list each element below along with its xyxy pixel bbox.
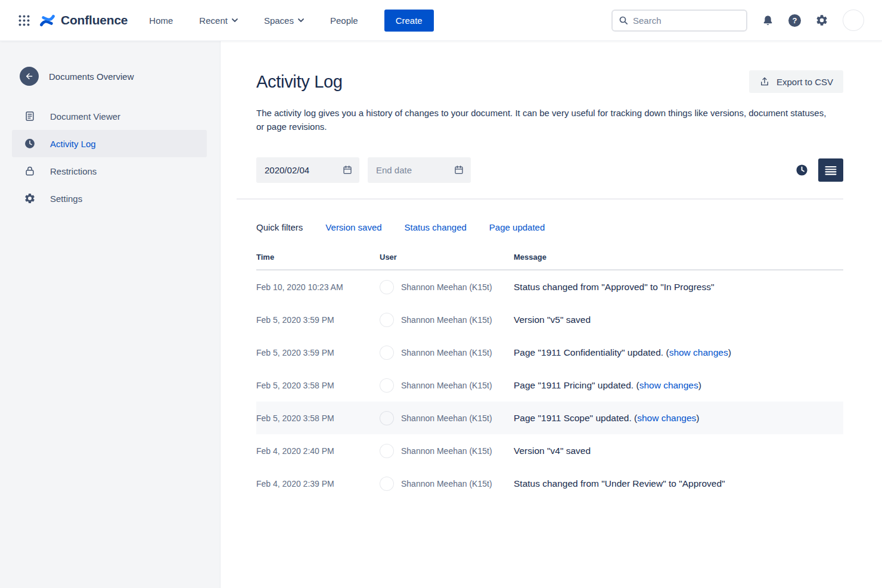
table-row: Feb 4, 2020 2:39 PMShannon Meehan (K15t)… bbox=[256, 467, 843, 500]
search-icon bbox=[619, 15, 628, 25]
row-user: Shannon Meehan (K15t) bbox=[380, 477, 514, 491]
end-date-field[interactable] bbox=[368, 157, 471, 183]
start-date-field[interactable] bbox=[256, 157, 359, 183]
sidebar-item-label: Document Viewer bbox=[50, 111, 120, 122]
timeline-view-button[interactable] bbox=[789, 158, 814, 182]
nav-item-label: Recent bbox=[199, 15, 228, 26]
row-message-suffix: ) bbox=[696, 413, 699, 423]
date-filter-row bbox=[256, 157, 843, 183]
nav-item-people[interactable]: People bbox=[330, 15, 358, 26]
sidebar-item-document-viewer[interactable]: Document Viewer bbox=[12, 102, 207, 130]
sidebar-item-settings[interactable]: Settings bbox=[12, 185, 207, 212]
show-changes-link[interactable]: show changes bbox=[669, 347, 728, 357]
row-user-name: Shannon Meehan (K15t) bbox=[401, 315, 492, 325]
page-title: Activity Log bbox=[256, 72, 343, 92]
row-message-text: Status changed from "Under Review" to "A… bbox=[514, 478, 725, 489]
quick-filter-status-changed[interactable]: Status changed bbox=[405, 222, 467, 232]
back-arrow-icon bbox=[20, 67, 39, 86]
row-time: Feb 5, 2020 3:59 PM bbox=[256, 348, 380, 357]
table-row: Feb 5, 2020 3:58 PMShannon Meehan (K15t)… bbox=[256, 369, 843, 402]
row-message: Status changed from "Approved" to "In Pr… bbox=[514, 282, 843, 293]
end-date-input[interactable] bbox=[368, 157, 471, 183]
row-user-avatar bbox=[380, 411, 394, 425]
nav-item-recent[interactable]: Recent bbox=[199, 15, 238, 26]
search-box[interactable] bbox=[611, 10, 747, 32]
chevron-down-icon bbox=[232, 18, 238, 22]
nav-item-home[interactable]: Home bbox=[149, 15, 173, 26]
confluence-home-link[interactable]: Confluence bbox=[39, 13, 128, 29]
quick-filters-label: Quick filters bbox=[256, 222, 303, 232]
show-changes-link[interactable]: show changes bbox=[637, 413, 696, 423]
search-input[interactable] bbox=[633, 15, 740, 26]
row-message-suffix: ) bbox=[728, 347, 731, 357]
row-user-name: Shannon Meehan (K15t) bbox=[401, 282, 492, 292]
row-time: Feb 5, 2020 3:58 PM bbox=[256, 381, 380, 390]
chevron-down-icon bbox=[298, 18, 304, 22]
row-time: Feb 4, 2020 2:40 PM bbox=[256, 446, 380, 456]
row-message-text: Page "1911 Scope" updated. ( bbox=[514, 413, 637, 423]
row-message-text: Page "1911 Pricing" updated. ( bbox=[514, 380, 639, 390]
row-message-text: Status changed from "Approved" to "In Pr… bbox=[514, 282, 715, 292]
app-switcher-icon[interactable] bbox=[13, 10, 35, 31]
quick-filter-version-saved[interactable]: Version saved bbox=[325, 222, 381, 232]
body-wrap: Documents Overview Document Viewer Activ… bbox=[0, 41, 882, 588]
row-user-avatar bbox=[380, 378, 394, 393]
row-user-name: Shannon Meehan (K15t) bbox=[401, 348, 492, 357]
header-time: Time bbox=[256, 253, 380, 262]
nav-item-spaces[interactable]: Spaces bbox=[264, 15, 304, 26]
row-user-avatar bbox=[380, 444, 394, 458]
row-message: Page "1911 Pricing" updated. (show chang… bbox=[514, 380, 843, 391]
sidebar-nav: Document Viewer Activity Log Restriction… bbox=[12, 102, 207, 212]
list-view-button[interactable] bbox=[818, 158, 843, 182]
row-user: Shannon Meehan (K15t) bbox=[380, 313, 514, 327]
quick-filters: Quick filters Version saved Status chang… bbox=[256, 222, 843, 232]
nav-item-label: Home bbox=[149, 15, 173, 26]
activity-table: Time User Message Feb 10, 2020 10:23 AMS… bbox=[256, 253, 843, 500]
sidebar-item-activity-log[interactable]: Activity Log bbox=[12, 130, 207, 157]
row-message-text: Version "v5" saved bbox=[514, 315, 591, 325]
help-glyph: ? bbox=[788, 14, 801, 27]
export-label: Export to CSV bbox=[777, 77, 833, 87]
top-navbar: Confluence Home Recent Spaces People bbox=[0, 0, 882, 41]
confluence-app: Confluence Home Recent Spaces People bbox=[0, 0, 882, 588]
quick-filter-page-updated[interactable]: Page updated bbox=[489, 222, 545, 232]
sidebar-item-restrictions[interactable]: Restrictions bbox=[12, 157, 207, 185]
row-user: Shannon Meehan (K15t) bbox=[380, 280, 514, 294]
table-row: Feb 10, 2020 10:23 AMShannon Meehan (K15… bbox=[256, 270, 843, 303]
row-time: Feb 5, 2020 3:58 PM bbox=[256, 413, 380, 423]
row-user: Shannon Meehan (K15t) bbox=[380, 346, 514, 360]
navbar-right: ? bbox=[611, 10, 864, 32]
header-message: Message bbox=[514, 253, 843, 262]
nav-item-label: People bbox=[330, 15, 358, 26]
lock-icon bbox=[24, 165, 36, 177]
header-user: User bbox=[380, 253, 514, 262]
sidebar-back-documents-overview[interactable]: Documents Overview bbox=[12, 67, 207, 86]
row-message: Page "1911 Scope" updated. (show changes… bbox=[514, 413, 843, 424]
row-user: Shannon Meehan (K15t) bbox=[380, 444, 514, 458]
notifications-icon[interactable] bbox=[762, 14, 774, 27]
row-user: Shannon Meehan (K15t) bbox=[380, 411, 514, 425]
row-time: Feb 10, 2020 10:23 AM bbox=[256, 282, 380, 292]
settings-icon[interactable] bbox=[815, 14, 828, 27]
table-row: Feb 5, 2020 3:59 PMShannon Meehan (K15t)… bbox=[256, 303, 843, 336]
start-date-input[interactable] bbox=[256, 157, 359, 183]
row-user: Shannon Meehan (K15t) bbox=[380, 378, 514, 393]
row-user-avatar bbox=[380, 477, 394, 491]
clock-view-icon bbox=[795, 163, 809, 177]
document-icon bbox=[24, 110, 36, 122]
export-icon bbox=[759, 76, 770, 87]
primary-nav: Home Recent Spaces People bbox=[149, 15, 358, 26]
nav-item-label: Spaces bbox=[264, 15, 294, 26]
row-message-text: Page "1911 Confidentiality" updated. ( bbox=[514, 347, 669, 357]
page-description: The activity log gives you a history of … bbox=[256, 107, 833, 133]
row-message: Version "v4" saved bbox=[514, 446, 843, 456]
gear-icon bbox=[24, 192, 36, 204]
create-button[interactable]: Create bbox=[384, 10, 434, 32]
table-row: Feb 4, 2020 2:40 PMShannon Meehan (K15t)… bbox=[256, 434, 843, 467]
user-avatar[interactable] bbox=[843, 10, 864, 31]
row-message-text: Version "v4" saved bbox=[514, 446, 591, 456]
help-icon[interactable]: ? bbox=[788, 14, 801, 27]
view-toggles bbox=[789, 158, 843, 182]
show-changes-link[interactable]: show changes bbox=[639, 380, 698, 390]
export-csv-button[interactable]: Export to CSV bbox=[749, 70, 843, 93]
